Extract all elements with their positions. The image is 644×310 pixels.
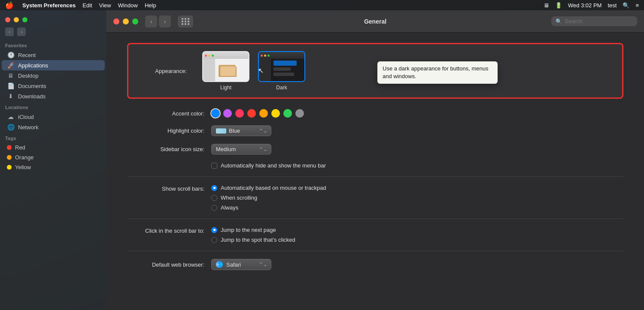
search-icon[interactable]: 🔍 — [623, 2, 629, 9]
dark-tooltip: Use a dark appearance for buttons, menus… — [377, 61, 498, 84]
thumb-max — [212, 55, 214, 57]
finder-nav: ‹ › — [0, 26, 106, 40]
nav-buttons: ‹ › — [145, 15, 171, 27]
tags-section-label: Tags — [0, 132, 106, 143]
sidebar-item-documents[interactable]: 📄 Documents — [2, 81, 105, 91]
accent-red[interactable] — [247, 109, 256, 118]
click-scroll-next-page-label: Jump to the next page — [221, 227, 276, 233]
favorites-section-label: Favorites — [0, 40, 106, 50]
menu-bar-label: Automatically hide and show the menu bar — [221, 162, 326, 169]
accent-purple[interactable] — [223, 109, 232, 118]
accent-orange[interactable] — [259, 109, 268, 118]
finder-close-button[interactable] — [5, 17, 10, 22]
menubar-view[interactable]: View — [99, 2, 111, 9]
default-browser-label: Default web browser: — [127, 261, 204, 268]
appearance-section: Appearance: — [127, 43, 623, 99]
grid-view-button[interactable] — [178, 15, 193, 27]
window-minimize-button[interactable] — [123, 18, 129, 24]
search-bar[interactable]: 🔍 — [551, 16, 637, 26]
light-titlebar — [203, 52, 249, 59]
sidebar-item-desktop-label: Desktop — [18, 73, 39, 79]
sidebar-item-tag-orange[interactable]: Orange — [2, 152, 105, 162]
accent-graphite[interactable] — [295, 109, 304, 118]
click-scroll-next-page-radio[interactable] — [211, 227, 217, 233]
menubar: 🍎 System Preferences Edit View Window He… — [0, 0, 644, 10]
scroll-bars-scrolling-radio[interactable] — [211, 195, 217, 201]
sidebar-item-tag-red[interactable]: Red — [2, 143, 105, 152]
sidebar-item-tag-yellow[interactable]: Yellow — [2, 162, 105, 172]
accent-blue[interactable] — [211, 109, 220, 118]
locations-section-label: Locations — [0, 101, 106, 112]
highlight-color-value: Blue — [229, 128, 240, 134]
click-scroll-bar-label: Click in the scroll bar to: — [127, 227, 204, 234]
forward-button[interactable]: › — [159, 15, 171, 27]
finder-maximize-button[interactable] — [22, 17, 27, 22]
sidebar-item-downloads[interactable]: ⬇ Downloads — [2, 91, 105, 101]
sidebar-icon-size-dropdown[interactable]: Medium ⌃⌄ — [211, 144, 271, 155]
display-icon: 🖥 — [544, 2, 549, 9]
icloud-icon: ☁ — [7, 113, 15, 120]
sidebar-icon-size-label: Sidebar icon size: — [127, 146, 204, 152]
highlight-color-label: Highlight color: — [127, 128, 204, 134]
finder-back-button[interactable]: ‹ — [5, 27, 14, 36]
downloads-icon: ⬇ — [7, 93, 15, 100]
accent-green[interactable] — [283, 109, 292, 118]
light-label: Light — [220, 85, 231, 91]
sidebar-item-tag-yellow-label: Yellow — [15, 164, 31, 170]
apple-menu[interactable]: 🍎 — [5, 1, 14, 9]
scroll-bars-always-radio[interactable] — [211, 205, 217, 211]
finder-minimize-button[interactable] — [14, 17, 19, 22]
sidebar-item-desktop[interactable]: 🖥 Desktop — [2, 70, 105, 81]
highlight-color-dropdown[interactable]: Blue ⌃⌄ — [211, 125, 271, 136]
menubar-window[interactable]: Window — [118, 2, 138, 9]
menubar-help[interactable]: Help — [145, 2, 156, 9]
clock: Wed 3:02 PM — [568, 2, 602, 9]
click-scroll-next-page-row: Jump to the next page — [211, 227, 295, 233]
menu-bar-checkbox-row: Automatically hide and show the menu bar — [211, 162, 623, 169]
window-maximize-button[interactable] — [132, 18, 138, 24]
accent-yellow[interactable] — [271, 109, 280, 118]
finder-forward-button[interactable]: › — [17, 27, 26, 36]
light-main — [215, 59, 249, 81]
sidebar-item-applications[interactable]: 🚀 Applications — [2, 60, 105, 70]
back-button[interactable]: ‹ — [145, 15, 157, 27]
menubar-edit[interactable]: Edit — [82, 2, 92, 9]
light-content — [219, 61, 237, 77]
sidebar-item-downloads-label: Downloads — [18, 93, 46, 100]
appearance-option-dark[interactable]: Dark — [258, 51, 305, 91]
window-close-button[interactable] — [113, 18, 119, 24]
scroll-bars-auto-radio[interactable] — [211, 185, 217, 191]
click-scroll-spot-row: Jump to the spot that's clicked — [211, 237, 295, 243]
sidebar-item-icloud[interactable]: ☁ iCloud — [2, 112, 105, 122]
dark-label: Dark — [276, 85, 287, 91]
menu-bar-checkbox[interactable] — [211, 163, 217, 169]
safari-icon — [216, 261, 223, 268]
click-scroll-bar-options: Jump to the next page Jump to the spot t… — [211, 227, 295, 243]
search-icon: 🔍 — [556, 18, 562, 24]
default-browser-dropdown[interactable]: Safari ⌃⌄ — [211, 259, 271, 270]
sidebar-item-network-label: Network — [18, 124, 39, 131]
click-scroll-spot-radio[interactable] — [211, 237, 217, 243]
finder-traffic-lights — [0, 14, 106, 26]
divider-1 — [127, 176, 623, 177]
thumb-max-d — [267, 55, 270, 57]
search-input[interactable] — [565, 18, 633, 24]
appearance-label: Appearance: — [135, 68, 187, 74]
accent-pink[interactable] — [235, 109, 244, 118]
sidebar-item-network[interactable]: 🌐 Network — [2, 122, 105, 132]
network-icon: 🌐 — [7, 124, 15, 131]
default-browser-value: Safari — [226, 261, 241, 268]
menubar-system-preferences[interactable]: System Preferences — [22, 2, 76, 9]
scroll-bars-always-row: Always — [211, 204, 326, 211]
accent-color-label: Accent color: — [127, 110, 204, 117]
desktop-icon: 🖥 — [7, 72, 15, 79]
tag-orange-dot — [7, 155, 12, 160]
highlight-color-swatch — [216, 128, 226, 134]
control-center-icon[interactable]: ≡ — [635, 2, 639, 9]
appearance-option-light[interactable]: Light — [202, 51, 249, 91]
default-browser-row: Default web browser: Safari ⌃⌄ — [127, 259, 623, 270]
scroll-bars-auto-label: Automatically based on mouse or trackpad — [221, 185, 326, 191]
scroll-bars-scrolling-label: When scrolling — [221, 195, 257, 201]
sidebar-item-recent[interactable]: 🕐 Recent — [2, 50, 105, 60]
thumb-min — [208, 55, 210, 57]
